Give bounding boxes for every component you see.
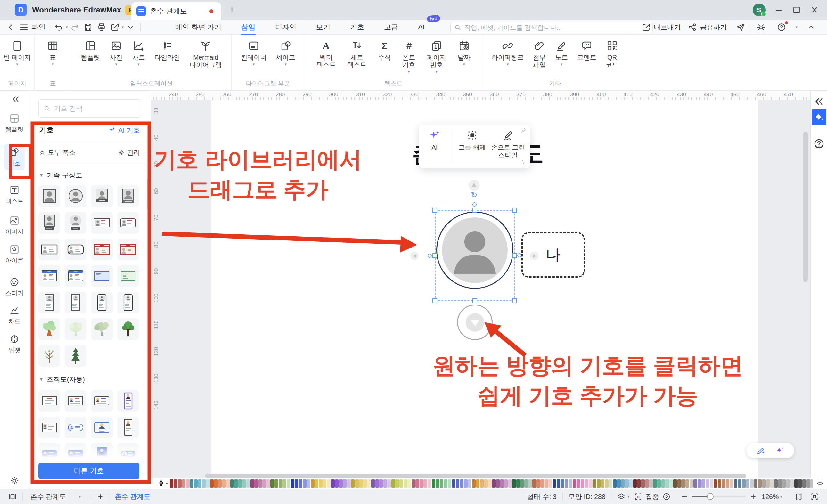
sidebar-gear-icon[interactable]: [9, 475, 20, 486]
sidebar-item-sticker[interactable]: 스티커: [0, 276, 29, 298]
color-swatch[interactable]: [383, 480, 387, 488]
ai-sparkle-button-icon[interactable]: [775, 446, 785, 455]
color-swatch[interactable]: [198, 480, 201, 488]
active-page-tab[interactable]: 촌수 관계도: [115, 492, 151, 501]
page-selector[interactable]: 촌수 관계도: [31, 492, 66, 501]
color-swatch[interactable]: [472, 480, 475, 488]
selection-handle[interactable]: [432, 253, 437, 258]
panel-scrollbar[interactable]: [147, 179, 149, 209]
color-swatch[interactable]: [714, 480, 717, 488]
color-swatch[interactable]: [399, 480, 403, 488]
color-swatch[interactable]: [669, 480, 673, 488]
color-swatch[interactable]: [411, 480, 415, 488]
color-swatch[interactable]: [802, 480, 806, 488]
add-page-button[interactable]: +: [98, 492, 103, 502]
symbol-person-label[interactable]: [39, 212, 60, 234]
ribbon-table-button[interactable]: 표▾: [47, 40, 59, 66]
color-swatch[interactable]: [492, 480, 495, 488]
ribbon-date-button[interactable]: 날짜▾: [458, 40, 471, 66]
color-swatch[interactable]: [299, 480, 302, 488]
color-swatch[interactable]: [194, 480, 198, 488]
nav-item-2[interactable]: 디자인: [275, 20, 297, 34]
selection-handle[interactable]: [512, 298, 517, 303]
sidebar-item-text[interactable]: 텍스트: [0, 185, 29, 205]
color-swatch[interactable]: [722, 480, 725, 488]
color-swatch[interactable]: [605, 480, 608, 488]
selection-handle[interactable]: [512, 253, 517, 258]
color-swatch[interactable]: [532, 480, 536, 488]
symbol-person-circle-label[interactable]: [65, 212, 87, 234]
color-swatch[interactable]: [355, 480, 359, 488]
color-swatch[interactable]: [613, 480, 617, 488]
nav-item-4[interactable]: 기호: [349, 20, 365, 34]
color-swatch[interactable]: [762, 480, 766, 488]
color-swatch[interactable]: [460, 480, 464, 488]
color-swatch[interactable]: [685, 480, 689, 488]
palette-settings-icon[interactable]: [816, 480, 824, 487]
color-swatch[interactable]: [706, 480, 709, 488]
color-swatch[interactable]: [617, 480, 620, 488]
close-button[interactable]: [810, 5, 819, 15]
ribbon-formula-button[interactable]: Σ수식: [378, 40, 391, 61]
color-swatch[interactable]: [710, 480, 713, 488]
share-caret-icon[interactable]: ▾: [122, 26, 124, 29]
color-swatch[interactable]: [395, 480, 399, 488]
color-swatch[interactable]: [734, 480, 737, 488]
color-swatch[interactable]: [810, 480, 813, 488]
color-swatch[interactable]: [468, 480, 472, 488]
color-swatch[interactable]: [311, 480, 314, 488]
add-shape-up-button[interactable]: [469, 180, 480, 191]
color-swatch[interactable]: [347, 480, 350, 488]
send-icon[interactable]: [736, 22, 745, 32]
color-swatch[interactable]: [170, 480, 173, 488]
color-swatch[interactable]: [484, 480, 487, 488]
nav-item-6[interactable]: AIhot: [417, 21, 425, 33]
symbol-search-input[interactable]: [54, 105, 136, 112]
settings-gear-icon[interactable]: [756, 22, 766, 32]
color-swatch[interactable]: [697, 480, 701, 488]
redo-button[interactable]: [70, 22, 80, 32]
color-swatch[interactable]: [649, 480, 653, 488]
ribbon-page-number-button[interactable]: 1페이지 번호▾: [427, 40, 446, 73]
color-swatch[interactable]: [387, 480, 391, 488]
color-swatch[interactable]: [633, 480, 637, 488]
collapse-right-panel-icon[interactable]: [813, 96, 825, 107]
color-swatch[interactable]: [327, 480, 331, 488]
color-swatch[interactable]: [657, 480, 661, 488]
symbol-vcard[interactable]: [39, 292, 60, 313]
color-swatch[interactable]: [391, 480, 395, 488]
presentation-play-icon[interactable]: [662, 493, 671, 501]
user-avatar[interactable]: S: [753, 3, 766, 16]
color-swatch[interactable]: [794, 480, 798, 488]
color-swatch[interactable]: [693, 480, 697, 488]
ribbon-vector-text-button[interactable]: A벡터 텍스트: [317, 40, 336, 68]
color-swatch[interactable]: [653, 480, 656, 488]
help-circle-icon[interactable]: [813, 138, 825, 150]
manage-button[interactable]: 관리: [118, 148, 140, 157]
nav-item-5[interactable]: 고급: [383, 20, 399, 34]
help-caret-icon[interactable]: ▾: [795, 26, 797, 29]
color-swatch[interactable]: [573, 480, 576, 488]
color-swatch[interactable]: [601, 480, 604, 488]
color-swatch[interactable]: [182, 480, 186, 488]
color-swatch[interactable]: [174, 480, 178, 488]
color-swatch[interactable]: [621, 480, 625, 488]
color-swatch[interactable]: [500, 480, 503, 488]
color-swatch[interactable]: [270, 480, 274, 488]
print-button[interactable]: [97, 22, 106, 32]
symbol-id-card-2[interactable]: [39, 239, 60, 260]
layers-caret-icon[interactable]: ▾: [627, 495, 630, 498]
color-swatch[interactable]: [416, 480, 419, 488]
symbol-card-red[interactable]: [91, 239, 113, 260]
color-swatch[interactable]: [701, 480, 705, 488]
color-swatch[interactable]: [718, 480, 721, 488]
color-swatch[interactable]: [178, 480, 181, 488]
color-swatch[interactable]: [190, 480, 193, 488]
connection-point-right[interactable]: [517, 253, 522, 257]
sidebar-item-icon[interactable]: 아이콘: [0, 244, 29, 265]
symbol-tree-sparse[interactable]: [39, 345, 60, 367]
zoom-slider-knob[interactable]: [707, 493, 714, 500]
symbol-id-card-round-2[interactable]: [65, 239, 87, 260]
more-symbols-button[interactable]: 다른 기호: [39, 463, 139, 480]
color-swatch[interactable]: [444, 480, 447, 488]
